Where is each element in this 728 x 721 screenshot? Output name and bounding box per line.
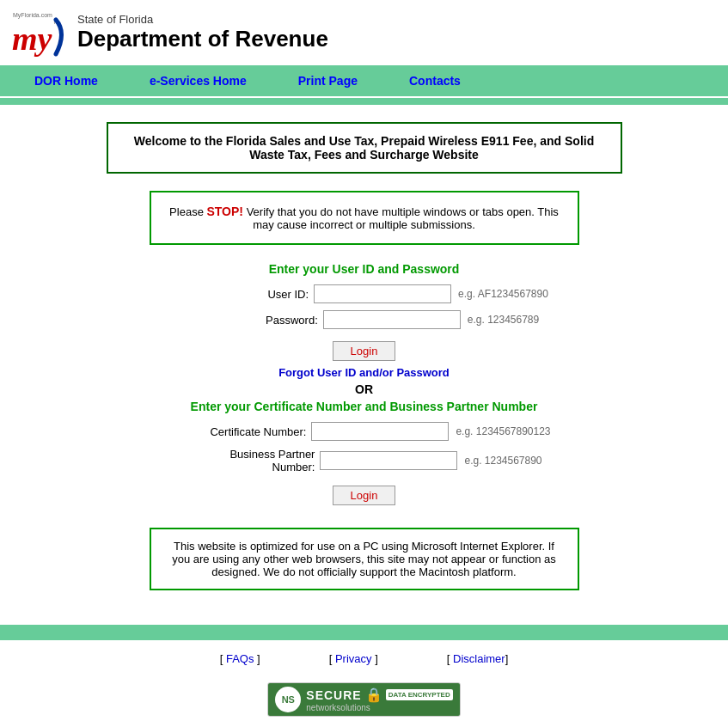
nav-contacts[interactable]: Contacts [383,74,486,88]
main-content: Welcome to the Florida Sales and Use Tax… [0,105,728,608]
nav-print-page[interactable]: Print Page [272,74,383,88]
warning-suffix: Verify that you do not have multiple win… [243,205,559,231]
bp-number-input[interactable] [320,451,457,470]
myflorida-logo: MyFlorida.com my ™ [9,7,69,58]
welcome-text: Welcome to the Florida Sales and Use Tax… [134,134,594,162]
footer-green-bar [0,625,728,640]
header-subtitle: State of Florida [77,13,328,26]
welcome-box: Welcome to the Florida Sales and Use Tax… [107,122,622,174]
footer-links: [ FAQs ] [ Privacy ] [ Disclaimer] [0,640,728,677]
secure-label: SECURE [306,688,361,702]
header-main-title: Department of Revenue [77,26,328,52]
login-section-1: Enter your User ID and Password User ID:… [9,262,719,510]
privacy-bracket-close: ] [372,652,378,665]
bp-number-hint: e.g. 1234567890 [464,455,541,467]
faqs-bracket-close: ] [254,652,260,665]
nav-bar: DOR Home e-Services Home Print Page Cont… [0,65,728,96]
login-button-1[interactable]: Login [333,341,396,361]
user-id-label: User ID: [180,288,309,301]
warning-stop: STOP! [206,205,243,218]
login-button-2[interactable]: Login [333,486,396,505]
or-divider: OR [355,382,373,396]
data-encrypted-badge: DATA ENCRYPTED [386,689,453,700]
privacy-section: [ Privacy ] [329,652,378,665]
forgot-link[interactable]: Forgot User ID and/or Password [278,366,450,379]
secure-text-area: SECURE 🔒 DATA ENCRYPTED networksolutions [306,687,452,712]
privacy-bracket-open: [ [329,652,335,665]
password-label: Password: [189,314,318,327]
disclaimer-bracket-open: [ [447,652,453,665]
nav-spacer [0,98,728,105]
disclaimer-section: [ Disclaimer] [447,652,509,665]
user-id-input[interactable] [314,284,451,303]
svg-text:MyFlorida.com: MyFlorida.com [13,12,52,19]
network-solutions-label: networksolutions [306,703,452,712]
disclaimer-bracket-close: ] [505,652,509,665]
secure-badge-inner: NS SECURE 🔒 DATA ENCRYPTED networksoluti… [267,682,460,717]
bp-number-label: Business Partner Number: [186,448,315,474]
faqs-bracket-open: [ [220,652,226,665]
logo-area: MyFlorida.com my ™ [9,7,69,58]
header-title: State of Florida Department of Revenue [77,13,328,52]
password-hint: e.g. 123456789 [468,314,539,326]
svg-text:my: my [12,21,52,57]
password-row: Password: e.g. 123456789 [189,310,539,329]
nav-dor-home[interactable]: DOR Home [9,74,124,88]
privacy-link[interactable]: Privacy [335,652,372,665]
bp-number-row: Business Partner Number: e.g. 1234567890 [186,448,541,474]
browser-warning-text: This website is optimized for use on a P… [172,540,556,578]
ns-logo: NS [275,687,301,712]
cert-number-hint: e.g. 1234567890123 [456,425,550,437]
lock-icon: 🔒 [365,687,382,703]
user-id-row: User ID: e.g. AF1234567890 [180,284,548,303]
section-heading-2: Enter your Certificate Number and Busine… [191,400,538,413]
user-id-hint: e.g. AF1234567890 [458,288,548,300]
warning-box: Please STOP! Verify that you do not have… [150,191,579,245]
section-heading-1: Enter your User ID and Password [269,262,460,276]
cert-number-input[interactable] [311,422,449,441]
header: MyFlorida.com my ™ State of Florida Depa… [0,0,728,65]
disclaimer-link[interactable]: Disclaimer [453,652,505,665]
secure-badge: NS SECURE 🔒 DATA ENCRYPTED networksoluti… [0,682,728,717]
cert-number-label: Certificate Number: [177,425,306,438]
nav-eservices-home[interactable]: e-Services Home [124,74,272,88]
browser-warning-box: This website is optimized for use on a P… [150,528,579,590]
faqs-section: [ FAQs ] [220,652,260,665]
warning-prefix: Please [169,205,206,218]
cert-number-row: Certificate Number: e.g. 1234567890123 [177,422,550,441]
password-input[interactable] [323,310,461,329]
faqs-link[interactable]: FAQs [226,652,254,665]
